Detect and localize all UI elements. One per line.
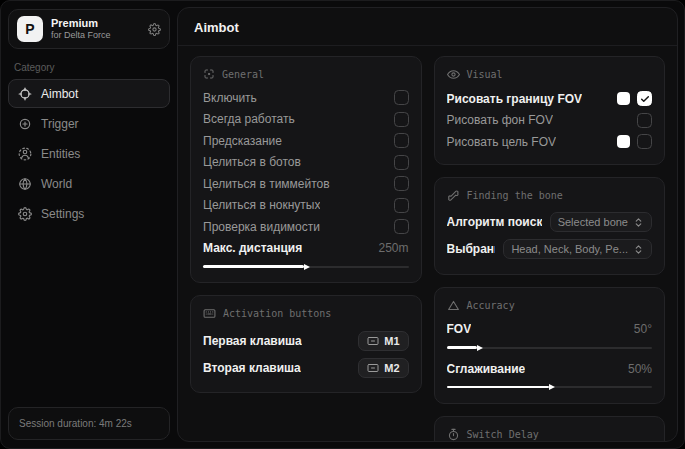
scan-icon — [203, 68, 215, 80]
setting-label: Всегда работать — [203, 112, 295, 126]
setting-row: Проверка видимости — [203, 216, 409, 238]
unfold-icon — [633, 244, 644, 255]
gear-icon — [18, 207, 32, 221]
sidebar-nav: Aimbot Trigger Entities World — [8, 79, 170, 228]
keybind-value: M2 — [384, 362, 399, 374]
panel-bone-header: Finding the bone — [447, 189, 653, 202]
sidebar-item-entities[interactable]: Entities — [8, 139, 170, 168]
checkbox[interactable] — [637, 134, 652, 149]
brand-text: Premium for Delta Force — [51, 17, 140, 41]
checkbox[interactable] — [637, 91, 652, 106]
selected-bones-select[interactable]: Head, Neck, Body, Pe... — [503, 239, 652, 259]
sidebar-item-settings[interactable]: Settings — [8, 199, 170, 228]
checkbox[interactable] — [394, 112, 409, 127]
color-swatch[interactable] — [617, 92, 630, 105]
slider-fill — [203, 265, 304, 268]
setting-label: FOV — [447, 322, 472, 336]
setting-label: Сглаживание — [447, 362, 526, 376]
setting-row: Сглаживание 50% — [447, 358, 653, 380]
brand-card: P Premium for Delta Force — [8, 9, 170, 49]
setting-value: 250m — [378, 241, 408, 255]
session-card: Session duration: 4m 22s — [8, 407, 170, 440]
panel-title: Activation buttons — [223, 308, 331, 319]
checkbox[interactable] — [394, 198, 409, 213]
gear-icon[interactable] — [148, 23, 161, 36]
setting-row: Целиться в тиммейтов — [203, 173, 409, 195]
keybind-button-primary[interactable]: M1 — [358, 331, 408, 351]
sidebar-item-label: Trigger — [41, 117, 79, 131]
target-plus-icon — [18, 117, 32, 131]
content: General Включить Всегда работать Предска… — [178, 46, 677, 441]
checkbox[interactable] — [637, 113, 652, 128]
checkbox[interactable] — [394, 133, 409, 148]
eye-icon — [447, 68, 460, 81]
setting-label: Целиться в тиммейтов — [203, 177, 330, 191]
sidebar-item-label: Aimbot — [41, 87, 78, 101]
panel-title: Accuracy — [467, 300, 515, 311]
sidebar-item-aimbot[interactable]: Aimbot — [8, 79, 170, 108]
setting-label: Макс. дистанция — [203, 241, 302, 255]
panel-switch-delay-header: Switch Delay — [447, 428, 653, 441]
sidebar-item-world[interactable]: World — [8, 169, 170, 198]
setting-row: Выбранные кос Head, Neck, Body, Pe... — [447, 236, 653, 263]
setting-label: Первая клавиша — [203, 334, 302, 348]
left-column: General Включить Всегда работать Предска… — [190, 56, 422, 431]
select-value: Selected bone — [558, 216, 628, 228]
setting-label: Целиться в нокнутых — [203, 198, 320, 212]
panel-visual-header: Visual — [447, 68, 653, 81]
page-title: Aimbot — [178, 8, 677, 46]
panel-general-header: General — [203, 68, 409, 80]
main-panel: Aimbot General Включить — [177, 7, 678, 442]
crosshair-icon — [18, 87, 32, 101]
checkbox[interactable] — [394, 90, 409, 105]
keyboard-icon — [367, 362, 379, 374]
panel-visual: Visual Рисовать границу FOV Рисовать фон… — [434, 56, 666, 165]
keyboard-icon — [203, 307, 216, 320]
panel-finding-the-bone: Finding the bone Алгоритм поиска кост Se… — [434, 177, 666, 275]
setting-label: Вторая клавиша — [203, 361, 301, 375]
slider-fill — [447, 346, 478, 349]
panel-title: Finding the bone — [467, 190, 563, 201]
setting-label: Алгоритм поиска кост — [447, 215, 542, 229]
category-label: Category — [14, 62, 164, 73]
checkbox[interactable] — [394, 219, 409, 234]
person-scan-icon — [18, 147, 32, 161]
app-logo: P — [17, 16, 43, 42]
setting-row: Целиться в нокнутых — [203, 195, 409, 217]
fov-slider[interactable] — [447, 343, 653, 352]
panel-title: General — [222, 69, 264, 80]
panel-title: Visual — [467, 69, 503, 80]
checkbox[interactable] — [394, 155, 409, 170]
keyboard-icon — [367, 335, 379, 347]
color-swatch[interactable] — [617, 135, 630, 148]
keybind-value: M1 — [384, 335, 399, 347]
setting-row: FOV 50° — [447, 319, 653, 341]
max-distance-slider[interactable] — [203, 262, 409, 271]
panel-general: General Включить Всегда работать Предска… — [190, 56, 422, 283]
setting-row: Целиться в ботов — [203, 152, 409, 174]
setting-row: Первая клавиша M1 — [203, 327, 409, 354]
panel-title: Switch Delay — [467, 429, 539, 440]
panel-switch-delay: Switch Delay Задержка переключения Задер… — [434, 416, 666, 442]
keybind-button-secondary[interactable]: M2 — [358, 358, 408, 378]
app-window: P Premium for Delta Force Category Aimbo… — [0, 0, 685, 449]
setting-row: Рисовать границу FOV — [447, 88, 653, 110]
bone-icon — [447, 189, 460, 202]
setting-label: Проверка видимости — [203, 220, 320, 234]
setting-row: Макс. дистанция 250m — [203, 238, 409, 260]
slider-fill — [447, 386, 550, 389]
sidebar-item-trigger[interactable]: Trigger — [8, 109, 170, 138]
bone-algorithm-select[interactable]: Selected bone — [550, 212, 652, 232]
select-value: Head, Neck, Body, Pe... — [511, 243, 628, 255]
globe-icon — [18, 177, 32, 191]
brand-subtitle: for Delta Force — [51, 30, 140, 41]
checkbox[interactable] — [394, 176, 409, 191]
setting-row: Предсказание — [203, 130, 409, 152]
panel-activation-header: Activation buttons — [203, 307, 409, 320]
setting-value: 50% — [628, 362, 652, 376]
setting-label: Предсказание — [203, 134, 282, 148]
sidebar-item-label: Settings — [41, 207, 84, 221]
sidebar: P Premium for Delta Force Category Aimbo… — [1, 1, 177, 448]
smoothing-slider[interactable] — [447, 383, 653, 392]
brand-title: Premium — [51, 17, 140, 30]
